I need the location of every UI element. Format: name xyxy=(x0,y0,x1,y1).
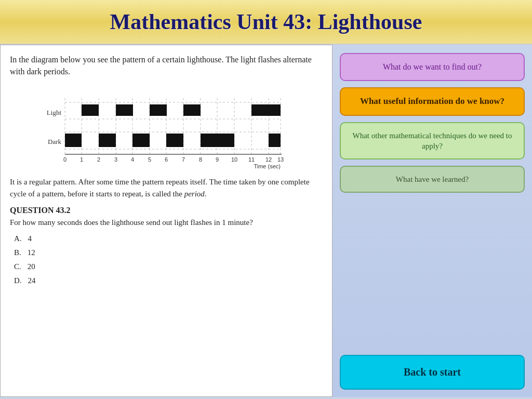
spacer xyxy=(340,199,525,349)
answer-c-letter: C. xyxy=(14,260,21,274)
left-panel: In the diagram below you see the pattern… xyxy=(0,45,332,397)
svg-rect-24 xyxy=(251,104,269,116)
svg-text:10: 10 xyxy=(231,156,237,163)
answer-a: A. 4 xyxy=(14,232,323,246)
answer-a-value: 4 xyxy=(28,232,32,246)
answer-list: A. 4 B. 12 C. 20 D. 24 xyxy=(10,232,323,288)
svg-rect-30 xyxy=(201,134,234,147)
svg-text:6: 6 xyxy=(165,156,168,163)
question-label: QUESTION 43.2 xyxy=(10,206,323,215)
svg-text:5: 5 xyxy=(148,156,151,163)
svg-rect-27 xyxy=(99,134,116,147)
svg-text:4: 4 xyxy=(131,156,134,163)
question-text: For how many seconds does the lighthouse… xyxy=(10,217,323,229)
chart-svg: Light Dark xyxy=(42,83,291,171)
svg-rect-31 xyxy=(269,134,281,147)
svg-text:Light: Light xyxy=(47,109,62,116)
svg-text:12: 12 xyxy=(265,156,272,163)
svg-text:3: 3 xyxy=(114,156,117,163)
answer-b-value: 12 xyxy=(28,246,35,260)
svg-rect-23 xyxy=(183,104,201,116)
svg-text:2: 2 xyxy=(97,156,100,163)
answer-d: D. 24 xyxy=(14,274,323,288)
right-panel: What do we want to find out? What useful… xyxy=(332,45,532,397)
answer-a-letter: A. xyxy=(14,232,22,246)
techniques-button[interactable]: What other mathematical techniques do we… xyxy=(340,122,525,160)
intro-text: In the diagram below you see the pattern… xyxy=(10,54,323,77)
body-text: It is a regular pattern. After some time… xyxy=(10,176,323,200)
svg-rect-26 xyxy=(65,134,82,147)
svg-rect-20 xyxy=(82,104,99,116)
svg-rect-22 xyxy=(150,104,167,116)
answer-c-value: 20 xyxy=(28,260,35,274)
svg-text:1: 1 xyxy=(80,156,83,163)
answer-b: B. 12 xyxy=(14,246,323,260)
learned-button[interactable]: What have we learned? xyxy=(340,166,525,193)
lighthouse-chart: Light Dark xyxy=(42,83,291,171)
svg-rect-29 xyxy=(166,134,183,147)
svg-text:Dark: Dark xyxy=(48,138,61,145)
svg-rect-25 xyxy=(269,104,281,116)
find-out-button[interactable]: What do we want to find out? xyxy=(340,53,525,81)
svg-text:11: 11 xyxy=(248,156,255,163)
svg-text:7: 7 xyxy=(182,156,185,163)
useful-info-button[interactable]: What useful information do we know? xyxy=(340,87,525,116)
svg-rect-28 xyxy=(132,134,150,147)
svg-text:13: 13 xyxy=(277,156,284,163)
answer-d-letter: D. xyxy=(14,274,22,288)
page-title: Mathematics Unit 43: Lighthouse xyxy=(5,9,527,34)
main-content: In the diagram below you see the pattern… xyxy=(0,45,532,397)
italic-word: period xyxy=(184,190,205,198)
answer-c: C. 20 xyxy=(14,260,323,274)
page-header: Mathematics Unit 43: Lighthouse xyxy=(0,0,532,45)
back-to-start-button[interactable]: Back to start xyxy=(340,355,525,390)
svg-text:9: 9 xyxy=(216,156,219,163)
svg-text:0: 0 xyxy=(63,156,66,163)
svg-text:8: 8 xyxy=(199,156,202,163)
svg-rect-21 xyxy=(116,104,133,116)
answer-b-letter: B. xyxy=(14,246,21,260)
answer-d-value: 24 xyxy=(28,274,36,288)
svg-text:Time (sec): Time (sec) xyxy=(254,163,281,169)
